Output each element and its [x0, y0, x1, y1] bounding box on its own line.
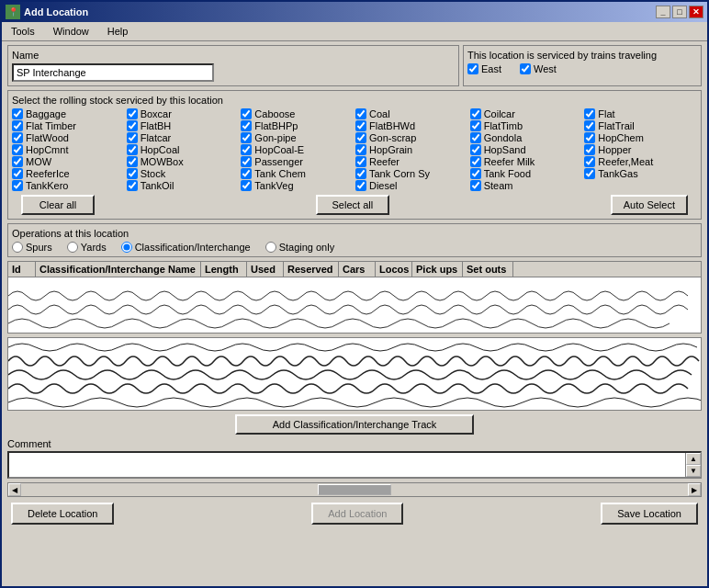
stock-hopsand: HopSand: [470, 144, 583, 155]
bottom-buttons: Delete Location Add Location Save Locati…: [7, 501, 702, 526]
yards-text: Yards: [81, 242, 107, 253]
stock-mow: MOW: [12, 156, 125, 167]
name-input[interactable]: [12, 63, 214, 82]
scroll-down-btn[interactable]: ▼: [686, 465, 701, 477]
col-cars: Cars: [339, 262, 376, 277]
comment-label: Comment: [7, 438, 702, 449]
add-track-row: Add Classification/Interchange Track: [7, 414, 702, 435]
radio-staging[interactable]: [265, 242, 276, 253]
name-label: Name: [12, 50, 455, 61]
comment-scrollbar[interactable]: ▲ ▼: [685, 453, 700, 477]
col-length: Length: [201, 262, 247, 277]
stock-passenger: Passenger: [241, 156, 354, 167]
table-body: [8, 277, 701, 333]
rolling-stock-section: Select the rolling stock serviced by thi…: [7, 90, 702, 220]
stock-flattrail: FlatTrail: [584, 120, 697, 131]
stock-stock: Stock: [127, 168, 240, 179]
h-scroll-track: [21, 483, 688, 496]
stock-tankgas: TankGas: [584, 168, 697, 179]
col-pickups: Pick ups: [412, 262, 463, 277]
add-track-button[interactable]: Add Classification/Interchange Track: [235, 414, 474, 435]
stock-gondola: Gondola: [470, 132, 583, 143]
east-label: East: [467, 63, 501, 74]
stock-coilcar: Coilcar: [470, 108, 583, 119]
scroll-up-btn[interactable]: ▲: [686, 453, 701, 465]
main-window: 📍 Add Location _ □ ✕ Tools Window Help N…: [0, 0, 709, 588]
spurs-text: Spurs: [26, 242, 52, 253]
stock-reeferice: ReeferIce: [12, 168, 125, 179]
wavy-svg: [8, 338, 702, 411]
auto-select-button[interactable]: Auto Select: [611, 195, 688, 215]
col-locos: Locos: [376, 262, 412, 277]
delete-location-button[interactable]: Delete Location: [11, 503, 114, 525]
title-bar-buttons: _ □ ✕: [656, 6, 703, 18]
radio-spurs-label: Spurs: [12, 242, 52, 253]
radio-yards-label: Yards: [67, 242, 107, 253]
menu-bar: Tools Window Help: [2, 22, 707, 41]
stock-diesel: Diesel: [355, 180, 468, 191]
maximize-button[interactable]: □: [672, 6, 687, 18]
stock-flatbh: FlatBH: [127, 120, 240, 131]
col-reserved: Reserved: [284, 262, 339, 277]
radio-yards[interactable]: [67, 242, 78, 253]
table-header: Id Classification/Interchange Name Lengt…: [8, 262, 701, 277]
scroll-right-btn[interactable]: ▶: [688, 483, 701, 496]
stock-hopcoal-e: HopCoal-E: [241, 144, 354, 155]
stock-gon-pipe: Gon-pipe: [241, 132, 354, 143]
west-checkbox[interactable]: [520, 63, 531, 74]
comment-input[interactable]: [9, 453, 685, 477]
save-location-button[interactable]: Save Location: [601, 503, 698, 525]
operations-label: Operations at this location: [12, 228, 129, 239]
stock-flatbhwd: FlatBHWd: [355, 120, 468, 131]
menu-tools[interactable]: Tools: [6, 24, 40, 39]
top-row: Name This location is serviced by trains…: [7, 45, 702, 86]
rolling-stock-grid: Baggage Boxcar Caboose Coal Coilcar Flat…: [12, 108, 697, 191]
table-section: Id Classification/Interchange Name Lengt…: [7, 261, 702, 334]
stock-flat-timber: Flat Timber: [12, 120, 125, 131]
trains-section: This location is serviced by trains trav…: [463, 45, 702, 86]
title-bar: 📍 Add Location _ □ ✕: [2, 2, 707, 22]
clear-all-button[interactable]: Clear all: [21, 195, 95, 215]
stock-flat: Flat: [584, 108, 697, 119]
radio-spurs[interactable]: [12, 242, 23, 253]
stock-hopchem: HopChem: [584, 132, 697, 143]
select-all-button[interactable]: Select all: [316, 195, 389, 215]
window-title: Add Location: [24, 6, 88, 17]
stock-reefer-meat: Reefer,Meat: [584, 156, 697, 167]
stock-boxcar: Boxcar: [127, 108, 240, 119]
west-label: West: [520, 63, 557, 74]
stock-mowbox: MOWBox: [127, 156, 240, 167]
radio-staging-label: Staging only: [265, 242, 335, 253]
col-used: Used: [247, 262, 284, 277]
stock-hopper: Hopper: [584, 144, 697, 155]
trains-label: This location is serviced by trains trav…: [467, 50, 697, 61]
col-setouts: Set outs: [463, 262, 513, 277]
close-button[interactable]: ✕: [689, 6, 703, 18]
add-location-button[interactable]: Add Location: [311, 503, 403, 525]
stock-flatcar: Flatcar: [127, 132, 240, 143]
scroll-left-btn[interactable]: ◀: [8, 483, 21, 496]
radio-row: Spurs Yards Classification/Interchange S…: [12, 242, 697, 253]
name-section: Name: [7, 45, 459, 86]
staging-text: Staging only: [279, 242, 335, 253]
menu-help[interactable]: Help: [102, 24, 134, 39]
menu-window[interactable]: Window: [48, 24, 95, 39]
content-area: Name This location is serviced by trains…: [2, 41, 707, 530]
stock-empty: [584, 180, 697, 191]
stock-tank-food: Tank Food: [470, 168, 583, 179]
stock-tankoil: TankOil: [127, 180, 240, 191]
radio-classification[interactable]: [121, 242, 132, 253]
direction-row: East West: [467, 63, 697, 74]
stock-flatbhpp: FlatBHPp: [241, 120, 354, 131]
stock-tankkero: TankKero: [12, 180, 125, 191]
col-id: Id: [8, 262, 36, 277]
east-checkbox[interactable]: [467, 63, 478, 74]
minimize-button[interactable]: _: [656, 6, 670, 18]
operations-section: Operations at this location Spurs Yards …: [7, 223, 702, 257]
wavy-decoration: [7, 337, 702, 411]
h-scroll-thumb[interactable]: [318, 484, 391, 495]
stock-gon-scrap: Gon-scrap: [355, 132, 468, 143]
stock-tank-chem: Tank Chem: [241, 168, 354, 179]
stock-flatwood: FlatWood: [12, 132, 125, 143]
stock-hopcmnt: HopCmnt: [12, 144, 125, 155]
